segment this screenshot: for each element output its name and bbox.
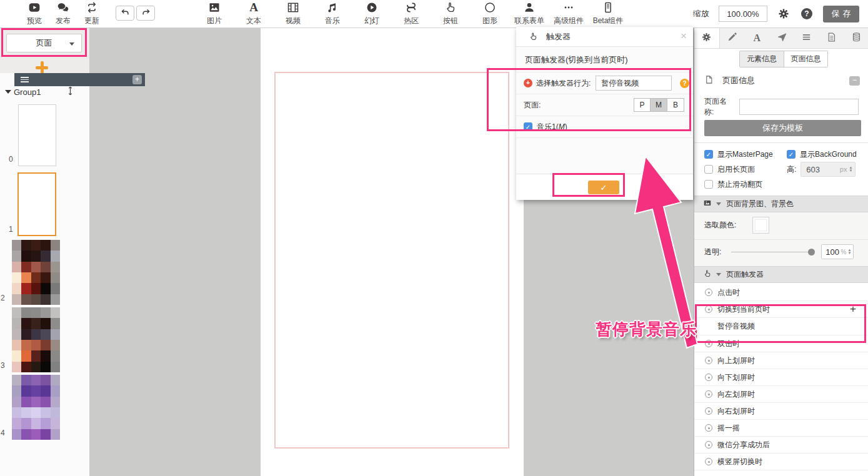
gear-icon [701, 32, 712, 44]
circle-outline-icon [483, 1, 497, 14]
target-icon [705, 289, 712, 296]
tool-text[interactable]: A 文本 [234, 0, 273, 27]
tool-beta[interactable]: Beta组件 [589, 0, 627, 27]
target-icon [705, 374, 712, 381]
trigger-on-double-click[interactable]: 双击时 [694, 335, 868, 352]
trigger-swipe-down[interactable]: 向下划屏时 [694, 369, 868, 386]
save-button[interactable]: 保存 [823, 6, 859, 22]
chevron-down-icon [716, 273, 721, 276]
longpage-checkbox[interactable] [704, 165, 713, 174]
page-type-dropdown[interactable]: 页面 [6, 34, 82, 52]
music-note-icon [326, 1, 339, 14]
trigger-wechat-share[interactable]: 微信分享成功后 [694, 437, 868, 454]
trigger-action-pause-media[interactable]: 暂停音视频 [694, 318, 868, 335]
redo-button[interactable] [136, 6, 155, 21]
text-a-icon: A [247, 1, 261, 14]
chevron-down-icon [69, 42, 74, 46]
tab-data[interactable] [844, 28, 868, 48]
confirm-button[interactable]: ✓ [588, 181, 619, 194]
tool-image[interactable]: 图片 [195, 0, 234, 27]
page-name-input[interactable] [739, 99, 859, 115]
database-icon [851, 32, 862, 44]
play-badge-icon [27, 1, 41, 14]
group-row[interactable]: Group1 [0, 85, 89, 99]
tab-animation[interactable] [769, 28, 794, 48]
masterpage-checkbox[interactable]: ✓ [704, 150, 713, 159]
add-behavior-icon[interactable]: + [524, 79, 532, 87]
close-icon[interactable]: × [681, 30, 687, 42]
tab-page[interactable] [819, 28, 844, 48]
tab-element-info[interactable]: 元素信息 [740, 51, 784, 67]
background-section-header[interactable]: 页面背景图、背景色 [694, 196, 868, 212]
tool-hotzone[interactable]: 热区 [392, 0, 431, 27]
opacity-slider[interactable] [731, 248, 814, 255]
height-stepper[interactable]: ▲▼ [849, 166, 852, 172]
tab-edit[interactable] [720, 28, 745, 48]
opacity-stepper[interactable]: ▲▼ [847, 249, 851, 255]
tab-settings[interactable] [694, 28, 720, 48]
info-tabs: 元素信息 页面信息 [739, 51, 828, 67]
menu-icon[interactable] [21, 77, 29, 82]
trigger-swipe-right[interactable]: 向右划屏时 [694, 403, 868, 420]
trigger-orientation-change[interactable]: 横竖屏切换时 [694, 454, 868, 470]
help-icon[interactable]: ? [800, 7, 814, 21]
page-thumb-3[interactable] [12, 307, 60, 372]
opacity-input[interactable]: 100 % ▲▼ [821, 244, 854, 259]
tool-music[interactable]: 音乐 [313, 0, 352, 27]
slider-handle[interactable] [808, 249, 815, 255]
tab-font[interactable]: A [744, 28, 769, 48]
reorder-icon[interactable] [67, 86, 74, 97]
background-checkbox[interactable]: ✓ [787, 150, 796, 159]
tool-shape[interactable]: 图形 [471, 0, 509, 27]
trigger-swipe-left[interactable]: 向左划屏时 [694, 386, 868, 403]
tab-page-info[interactable]: 页面信息 [784, 51, 827, 67]
publish-button[interactable]: 发布 [52, 0, 74, 27]
mode-b-button[interactable]: B [667, 98, 684, 112]
tool-button[interactable]: 按钮 [431, 0, 470, 27]
color-swatch[interactable] [752, 217, 769, 234]
trigger-section-header[interactable]: 页面触发器 [694, 266, 868, 283]
page-thumb-0[interactable] [18, 104, 56, 166]
tool-advanced[interactable]: 高级组件 [549, 0, 588, 27]
trigger-on-click[interactable]: 点击时 [694, 284, 868, 301]
update-button[interactable]: 更新 [81, 0, 103, 27]
zoom-label: 缩放 [693, 8, 709, 19]
page-thumb-1-selected[interactable] [17, 172, 56, 236]
page-mode-segmented: P M B [634, 98, 684, 112]
page-thumb-1-label: 1 [9, 225, 13, 234]
play-circle-icon [365, 1, 379, 14]
tool-video[interactable]: 视频 [274, 0, 312, 27]
add-group-button[interactable]: + [132, 75, 142, 84]
mode-p-button[interactable]: P [634, 98, 651, 112]
tool-contact-form[interactable]: 联系表单 [510, 0, 549, 27]
group-collapse-icon[interactable] [5, 90, 11, 94]
noswipe-checkbox[interactable] [704, 180, 713, 189]
page-thumb-2[interactable] [12, 240, 60, 305]
page-bounds-outline [274, 72, 509, 449]
dialog-subtitle: 页面触发器(切换到当前页时) [516, 47, 693, 72]
preview-button[interactable]: 预览 [23, 0, 46, 27]
properties-panel: A 元素信息 页面信息 页面信息 − 页面名称: 保存为模板 ✓ 显示Maste… [694, 28, 868, 476]
page-height-input[interactable]: 603 px ▲▼ [801, 162, 856, 177]
trigger-shake[interactable]: 摇一摇 [694, 420, 868, 437]
add-trigger-icon[interactable]: + [850, 303, 856, 315]
add-page-button[interactable] [36, 61, 48, 74]
settings-gear-icon[interactable] [777, 7, 791, 21]
trigger-on-page-enter[interactable]: 切换到当前页时+ [694, 301, 868, 318]
tab-layers[interactable] [794, 28, 819, 48]
document-icon [826, 32, 837, 44]
trigger-swipe-up[interactable]: 向上划屏时 [694, 352, 868, 369]
tool-slide[interactable]: 幻灯 [352, 0, 391, 27]
behavior-select[interactable] [596, 76, 672, 91]
collapse-section-button[interactable]: − [849, 76, 860, 86]
hand-pointer-icon [529, 32, 538, 41]
help-question-icon[interactable]: ? [680, 79, 689, 88]
mode-m-button[interactable]: M [651, 98, 667, 112]
music-checkbox[interactable]: ✓ [524, 122, 532, 131]
image-icon [207, 1, 221, 14]
page-thumb-4[interactable] [12, 375, 60, 440]
save-as-template-button[interactable]: 保存为模板 [704, 120, 861, 136]
zoom-input[interactable] [719, 6, 767, 22]
page-info-section-header: 页面信息 − [694, 72, 868, 89]
undo-button[interactable] [116, 6, 134, 21]
